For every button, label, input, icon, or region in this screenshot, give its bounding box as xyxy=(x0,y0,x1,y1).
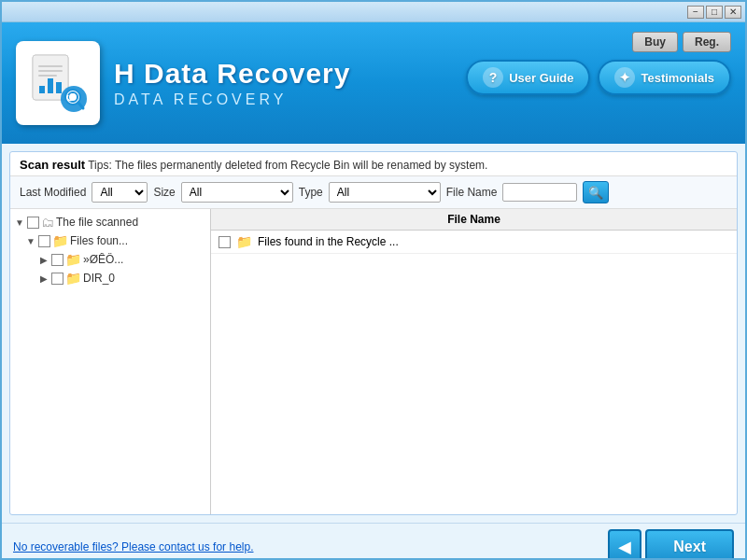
last-modified-label: Last Modified xyxy=(20,186,86,199)
scan-result-title: Scan result xyxy=(20,158,85,172)
search-button[interactable]: 🔍 xyxy=(583,181,609,203)
sub2-label: DIR_0 xyxy=(83,272,115,285)
file-panels: ▼ 🗂 The file scanned ▼ 📁 Files foun... ▶… xyxy=(10,209,737,514)
file-panel: File Name 📁 Files found in the Recycle .… xyxy=(211,209,737,514)
top-buttons: Buy Reg. xyxy=(632,32,731,52)
file-panel-header: File Name xyxy=(211,209,737,231)
app-subtitle: DATA RECOVERY xyxy=(114,91,350,108)
minimize-button[interactable]: − xyxy=(687,6,704,19)
tree-panel: ▼ 🗂 The file scanned ▼ 📁 Files foun... ▶… xyxy=(10,209,211,514)
testimonials-button[interactable]: ✦ Testimonials xyxy=(598,60,731,95)
svg-rect-2 xyxy=(38,65,63,67)
next-button[interactable]: Next xyxy=(645,529,734,560)
file-row-name: Files found in the Recycle ... xyxy=(258,235,399,248)
child1-label: Files foun... xyxy=(70,234,128,247)
root-toggle[interactable]: ▼ xyxy=(14,217,25,228)
window-controls: − □ ✕ xyxy=(687,6,741,19)
sub2-checkbox[interactable] xyxy=(51,273,63,285)
scan-result-header: Scan result Tips: The files permanently … xyxy=(10,152,737,176)
app-name: H Data Recovery xyxy=(114,58,350,90)
file-name-col-header: File Name xyxy=(218,213,729,226)
maximize-button[interactable]: □ xyxy=(706,6,723,19)
nav-buttons: ? User Guide ✦ Testimonials xyxy=(466,60,731,95)
child1-checkbox[interactable] xyxy=(38,235,50,247)
size-select[interactable]: All xyxy=(181,182,293,203)
file-name-label: File Name xyxy=(446,186,498,199)
question-icon: ? xyxy=(483,67,503,88)
last-modified-select[interactable]: All xyxy=(92,182,148,203)
testimonials-icon: ✦ xyxy=(614,67,635,88)
svg-rect-6 xyxy=(48,78,53,93)
main-panel: Scan result Tips: The files permanently … xyxy=(9,151,738,515)
type-select[interactable]: All xyxy=(329,182,441,203)
sub2-toggle[interactable]: ▶ xyxy=(38,273,49,284)
file-row-checkbox[interactable] xyxy=(218,236,231,248)
file-row[interactable]: 📁 Files found in the Recycle ... xyxy=(211,231,737,254)
svg-rect-7 xyxy=(56,82,62,93)
tree-child1[interactable]: ▼ 📁 Files foun... xyxy=(10,231,210,250)
sub1-label: »ØÊÔ... xyxy=(83,253,123,266)
sub1-checkbox[interactable] xyxy=(51,254,63,266)
logo-svg: ↺ xyxy=(25,50,91,116)
user-guide-label: User Guide xyxy=(509,71,573,85)
scan-result-tip: Tips: The files permanently deleted from… xyxy=(88,159,487,172)
no-files-link[interactable]: No recoverable files? Please contact us … xyxy=(13,540,253,553)
close-button[interactable]: ✕ xyxy=(725,6,741,19)
sub1-toggle[interactable]: ▶ xyxy=(38,254,49,265)
tree-root[interactable]: ▼ 🗂 The file scanned xyxy=(10,213,210,231)
svg-rect-5 xyxy=(39,86,45,93)
buy-button[interactable]: Buy xyxy=(632,32,678,52)
action-buttons: ◀ Next xyxy=(608,529,734,560)
root-folder-icon: 🗂 xyxy=(41,215,54,230)
search-icon: 🔍 xyxy=(588,186,603,200)
svg-rect-4 xyxy=(38,75,57,77)
user-guide-button[interactable]: ? User Guide xyxy=(466,60,590,95)
child1-folder-icon: 📁 xyxy=(52,233,68,248)
size-label: Size xyxy=(153,186,175,199)
child1-toggle[interactable]: ▼ xyxy=(25,235,36,246)
svg-rect-3 xyxy=(38,70,63,72)
app-title-area: H Data Recovery DATA RECOVERY xyxy=(114,58,350,108)
sub1-folder-icon: 📁 xyxy=(65,252,81,267)
root-label: The file scanned xyxy=(56,216,138,229)
filter-bar: Last Modified All Size All Type All File… xyxy=(10,176,737,209)
tree-child1-sub2[interactable]: ▶ 📁 DIR_0 xyxy=(10,269,210,287)
header-right: Buy Reg. ? User Guide ✦ Testimonials xyxy=(466,32,731,95)
root-checkbox[interactable] xyxy=(27,217,39,229)
reg-button[interactable]: Reg. xyxy=(683,32,731,52)
sub2-folder-icon: 📁 xyxy=(65,271,81,286)
header: ↺ H Data Recovery DATA RECOVERY Buy Reg.… xyxy=(2,22,745,144)
app-logo: ↺ xyxy=(16,41,100,125)
file-row-icon: 📁 xyxy=(236,234,252,249)
type-label: Type xyxy=(299,186,323,199)
testimonials-label: Testimonials xyxy=(641,71,714,85)
file-name-input[interactable] xyxy=(502,183,577,202)
back-button[interactable]: ◀ xyxy=(608,529,641,560)
back-icon: ◀ xyxy=(618,537,631,557)
tree-child1-sub1[interactable]: ▶ 📁 »ØÊÔ... xyxy=(10,250,210,269)
action-bar: No recoverable files? Please contact us … xyxy=(2,523,745,560)
title-bar: − □ ✕ xyxy=(2,2,745,22)
svg-text:↺: ↺ xyxy=(65,91,75,105)
